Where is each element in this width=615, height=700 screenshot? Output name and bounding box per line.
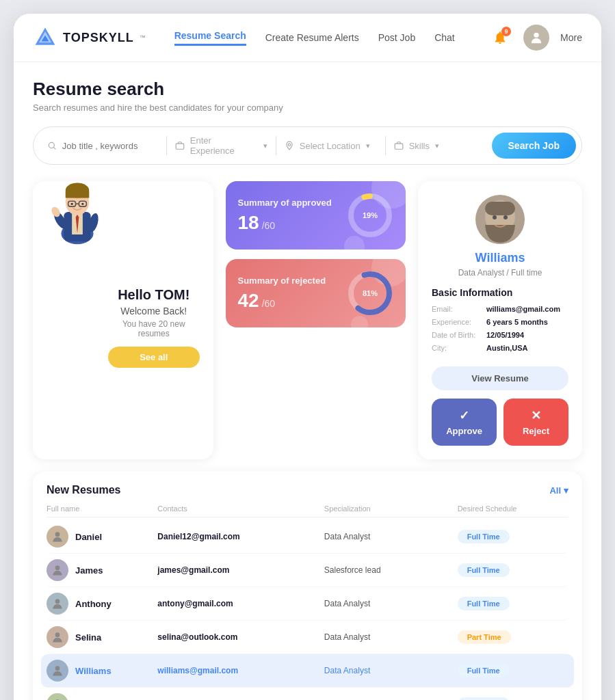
schedule-badge: Full Time bbox=[458, 664, 510, 677]
city-value: Austin,USA bbox=[486, 344, 528, 352]
dob-row: Date of Birth: 12/05/1994 bbox=[432, 331, 568, 339]
contact-cell: williams@gmail.com bbox=[157, 666, 324, 675]
approve-button[interactable]: ✓ Approve bbox=[432, 399, 497, 446]
person-avatar bbox=[47, 626, 68, 648]
contact-cell: Daniel12@gmail.com bbox=[157, 532, 324, 541]
spec-cell: Data Analyst bbox=[324, 666, 458, 675]
nav-post-job[interactable]: Post Job bbox=[378, 32, 415, 43]
table-section: New Resumes All ▾ Full name Contacts Spe… bbox=[33, 472, 582, 700]
city-row: City: Austin,USA bbox=[432, 344, 568, 352]
email-value: williams@gmail.com bbox=[486, 305, 560, 313]
search-button[interactable]: Search Job bbox=[492, 133, 576, 159]
table-row[interactable]: Selina selina@outlook.com Data Analyst P… bbox=[47, 621, 568, 654]
person-cell: Williams bbox=[47, 660, 157, 682]
table-row[interactable]: Daniel Daniel12@gmail.com Data Analyst F… bbox=[47, 520, 568, 554]
person-cell: Daniel bbox=[47, 526, 157, 548]
svg-point-19 bbox=[81, 203, 83, 205]
person-name: Daniel bbox=[75, 532, 102, 542]
person-avatar bbox=[47, 559, 68, 581]
experience-arrow: ▾ bbox=[263, 142, 267, 150]
schedule-badge: Full Time bbox=[458, 563, 510, 577]
rejected-total: /60 bbox=[262, 298, 275, 309]
svg-point-30 bbox=[493, 215, 497, 219]
svg-point-33 bbox=[55, 565, 60, 570]
search-bar: Enter Experience ▾ Select Location ▾ Ski… bbox=[33, 126, 582, 165]
city-label: City: bbox=[432, 344, 480, 352]
contact-cell: antony@gmail.com bbox=[157, 599, 324, 608]
location-select[interactable]: Select Location ▾ bbox=[285, 141, 377, 151]
schedule-cell: Full Time bbox=[458, 597, 568, 610]
person-avatar bbox=[47, 593, 68, 615]
nav-create-alerts[interactable]: Create Resume Alerts bbox=[265, 32, 359, 43]
more-menu[interactable]: More bbox=[560, 32, 582, 43]
table-row[interactable]: Williams williams@gmail.com Data Analyst… bbox=[41, 654, 574, 688]
person-avatar bbox=[47, 526, 68, 548]
basic-info-title: Basic Information bbox=[432, 287, 512, 298]
svg-point-6 bbox=[288, 144, 291, 146]
svg-rect-5 bbox=[176, 144, 184, 149]
schedule-badge: Full Time bbox=[458, 597, 510, 610]
logo-icon bbox=[33, 25, 57, 50]
person-cell: Anthony bbox=[47, 593, 157, 615]
col-contacts: Contacts bbox=[157, 504, 324, 513]
profile-card: Williams Data Analyst / Full time Basic … bbox=[418, 181, 582, 459]
see-all-button[interactable]: See all bbox=[108, 347, 200, 368]
approved-label: Summary of approved bbox=[238, 198, 332, 208]
svg-rect-29 bbox=[485, 202, 515, 215]
job-search-field bbox=[47, 140, 158, 151]
action-buttons: ✓ Approve ✕ Reject bbox=[432, 399, 568, 446]
nav-resume-search[interactable]: Resume Search bbox=[174, 30, 246, 46]
exp-label: Experience: bbox=[432, 318, 480, 326]
col-spec: Specialization bbox=[324, 504, 458, 513]
all-filter-button[interactable]: All ▾ bbox=[549, 485, 568, 496]
col-schedule: Desired Schedule bbox=[458, 504, 568, 513]
skills-select[interactable]: Skills ▾ bbox=[394, 141, 486, 151]
job-input[interactable] bbox=[62, 141, 158, 151]
rejected-count: 42 bbox=[238, 290, 259, 312]
approved-pct: 19% bbox=[363, 211, 378, 219]
svg-rect-14 bbox=[66, 191, 90, 198]
nav-right: 9 More bbox=[488, 25, 582, 51]
notif-badge: 9 bbox=[501, 27, 511, 36]
table-rows: Daniel Daniel12@gmail.com Data Analyst F… bbox=[47, 520, 568, 700]
experience-select[interactable]: Enter Experience ▾ bbox=[175, 135, 267, 156]
welcome-hello: Hello TOM! bbox=[108, 287, 200, 303]
welcome-card: Hello TOM! Welcome Back! You have 20 new… bbox=[33, 181, 213, 459]
spec-cell: Salesforce lead bbox=[324, 565, 458, 575]
top-grid: Hello TOM! Welcome Back! You have 20 new… bbox=[33, 181, 582, 459]
welcome-text: Hello TOM! Welcome Back! You have 20 new… bbox=[108, 195, 200, 446]
table-row[interactable]: Joseph joseph@gmail.com Front end Full T… bbox=[47, 688, 568, 700]
nav-chat[interactable]: Chat bbox=[434, 32, 455, 43]
person-cell: Selina bbox=[47, 626, 157, 648]
person-cell: James bbox=[47, 559, 157, 581]
approved-info: Summary of approved 18 /60 bbox=[238, 198, 332, 234]
logo-text: TOPSKYLL bbox=[63, 31, 134, 45]
reject-button[interactable]: ✕ Reject bbox=[503, 399, 568, 446]
svg-point-35 bbox=[55, 632, 60, 637]
table-row[interactable]: Anthony antony@gmail.com Data Analyst Fu… bbox=[47, 587, 568, 621]
notification-bell[interactable]: 9 bbox=[488, 25, 512, 50]
summary-col: Summary of approved 18 /60 19% bbox=[226, 181, 406, 459]
location-icon bbox=[285, 141, 294, 150]
page-subtitle: Search resumes and hire the best candida… bbox=[33, 103, 582, 113]
email-label: Email: bbox=[432, 305, 480, 313]
person-avatar bbox=[47, 660, 68, 682]
schedule-badge: Part Time bbox=[458, 630, 511, 644]
schedule-cell: Part Time bbox=[458, 630, 568, 644]
x-icon: ✕ bbox=[531, 408, 541, 423]
character-illustration bbox=[40, 181, 115, 250]
nav-links: Resume Search Create Resume Alerts Post … bbox=[174, 30, 466, 46]
col-fullname: Full name bbox=[47, 504, 157, 513]
skills-icon bbox=[394, 141, 404, 150]
app-container: TOPSKYLL ™ Resume Search Create Resume A… bbox=[14, 14, 601, 700]
bottom-grid: New Resumes All ▾ Full name Contacts Spe… bbox=[33, 472, 582, 700]
view-resume-button[interactable]: View Resume bbox=[432, 366, 568, 390]
skills-arrow: ▾ bbox=[435, 142, 439, 150]
user-avatar[interactable] bbox=[523, 25, 549, 51]
table-row[interactable]: James james@gmail.com Salesforce lead Fu… bbox=[47, 554, 568, 587]
profile-role: Data Analyst / Full time bbox=[458, 268, 542, 278]
welcome-back: Welcome Back! bbox=[108, 306, 200, 317]
rejected-pct: 81% bbox=[363, 289, 378, 297]
schedule-badge: Full Time bbox=[458, 697, 510, 700]
approved-donut: 19% bbox=[347, 192, 393, 239]
